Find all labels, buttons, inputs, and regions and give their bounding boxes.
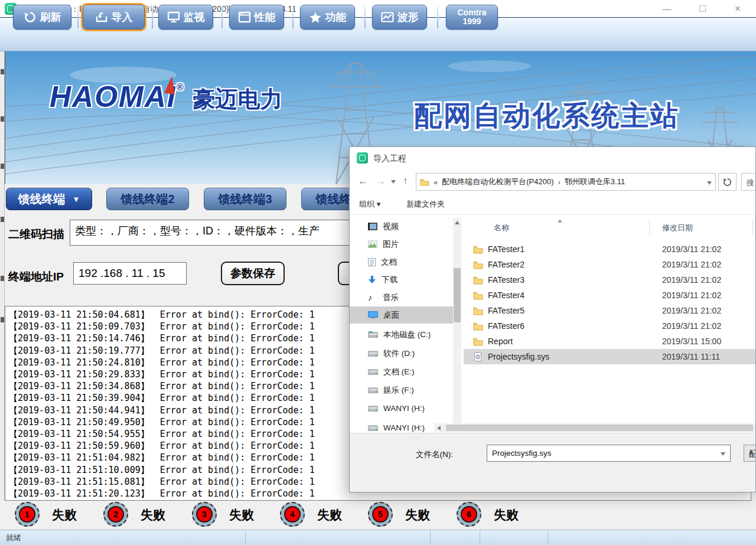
tab-feeder-terminal-1[interactable]: 馈线终端 ▼	[6, 188, 92, 210]
toolbar-button-label: 波形	[397, 10, 419, 24]
comtrade-button-label: Comtra1999	[457, 8, 486, 26]
status-lamp-4: 4	[280, 502, 305, 527]
save-params-button[interactable]: 参数保存	[221, 262, 285, 285]
sidebar-item-drive-f[interactable]: 娱乐 (F:)	[350, 381, 453, 399]
drive-icon	[368, 425, 378, 431]
status-lamp-label: 失败	[405, 507, 430, 523]
refresh-icon	[24, 11, 37, 23]
file-row[interactable]: FATester32019/3/11 21:02	[464, 272, 756, 288]
tab-label: 馈线终端2	[120, 191, 174, 207]
new-folder-button[interactable]: 新建文件夹	[406, 199, 445, 210]
toolbar-button-label: 性能	[255, 10, 276, 24]
toolbar-separator	[364, 6, 366, 28]
banner-title: 配网自动化系统主站	[414, 97, 680, 135]
status-text: 就绪	[6, 533, 21, 543]
import-icon	[95, 11, 108, 23]
sidebar-item-pictures[interactable]: 图片	[350, 236, 453, 253]
column-header-date[interactable]: 修改日期	[662, 223, 693, 233]
waveform-button[interactable]: 波形	[372, 5, 427, 30]
logo-registered-mark: ®	[177, 82, 185, 92]
terminal-ip-input[interactable]: 192 .168 . 11 . 15	[73, 262, 187, 285]
forward-button[interactable]: →	[376, 175, 386, 187]
file-row[interactable]: FATester12019/3/11 21:02	[464, 242, 756, 257]
refresh-icon	[723, 178, 732, 187]
toolbar-separator	[152, 6, 153, 28]
scroll-left-icon[interactable]	[437, 426, 441, 430]
toolbar-separator	[437, 6, 438, 28]
toolbar-button-label: 监视	[184, 10, 205, 24]
back-button[interactable]: ←	[358, 175, 368, 187]
sys-file-icon	[473, 353, 483, 361]
refresh-button[interactable]: 刷新	[13, 5, 71, 30]
chevron-down-icon: ▼	[73, 195, 80, 204]
monitor-button[interactable]: 监视	[158, 5, 213, 30]
breadcrumb-folder[interactable]: 鄂州联调仓库3.11	[565, 177, 625, 187]
folder-icon	[473, 337, 483, 346]
qr-scan-label: 二维码扫描	[8, 227, 64, 242]
sidebar-item-drive-e[interactable]: 文档 (E:)	[350, 363, 453, 380]
refresh-address-button[interactable]	[718, 173, 737, 191]
status-lamp-3: 3	[192, 502, 217, 527]
breadcrumb-separator: ›	[558, 178, 560, 187]
up-button[interactable]: ↑	[403, 175, 408, 187]
file-row[interactable]: FATester42019/3/11 21:02	[464, 288, 756, 303]
status-lamp-label: 失败	[141, 507, 165, 523]
status-lamp-number: 6	[461, 506, 477, 523]
chevron-down-icon: ▾	[377, 200, 381, 208]
column-divider	[649, 219, 650, 236]
statusbar-separator	[430, 531, 431, 544]
sidebar-item-music[interactable]: ♪ 音乐	[350, 289, 453, 306]
window-icon	[238, 11, 251, 23]
status-lamp-number: 1	[19, 506, 35, 523]
import-button[interactable]: 导入	[83, 5, 145, 30]
breadcrumb-platform[interactable]: 配电终端自动化检测平台(P4200)	[442, 177, 553, 187]
dialog-bottom-panel	[350, 433, 756, 492]
address-dropdown-icon[interactable]	[707, 178, 712, 187]
sort-ascending-icon	[558, 219, 562, 223]
sidebar-item-downloads[interactable]: 下载	[350, 271, 453, 288]
column-header-name[interactable]: 名称	[494, 223, 509, 233]
folder-icon	[473, 322, 483, 331]
sidebar-item-drive-d[interactable]: 软件 (D:)	[350, 345, 453, 362]
sidebar-item-desktop[interactable]: 桌面	[350, 306, 453, 324]
tab-feeder-terminal-2[interactable]: 馈线终端2	[106, 188, 189, 210]
file-row[interactable]: FATester52019/3/11 21:02	[464, 303, 756, 318]
toolbar-separator	[292, 6, 294, 28]
comtrade-button[interactable]: Comtra1999	[446, 5, 498, 30]
organize-menu[interactable]: 组织 ▾	[359, 199, 380, 210]
sidebar-item-drive-h[interactable]: WANYI (H:)	[350, 400, 453, 417]
file-row[interactable]: FATester22019/3/11 21:02	[464, 257, 756, 272]
tab-feeder-terminal-3[interactable]: 馈线终端3	[204, 188, 286, 210]
performance-button[interactable]: 性能	[229, 5, 284, 30]
search-input[interactable]: 搜	[741, 173, 756, 191]
status-lamp-label: 失败	[52, 507, 77, 523]
status-lamp-label: 失败	[317, 507, 342, 523]
minimize-button[interactable]: —	[653, 0, 680, 17]
filename-input[interactable]: Projectsysfig.sys	[487, 445, 731, 462]
address-bar[interactable]: « 配电终端自动化检测平台(P4200) › 鄂州联调仓库3.11	[416, 173, 716, 191]
sidebar-item-documents[interactable]: 文档	[350, 253, 453, 270]
filetype-dropdown[interactable]: 配	[744, 445, 756, 462]
close-button[interactable]: ×	[724, 0, 751, 17]
file-row[interactable]: Report2019/3/11 15:00	[464, 334, 756, 349]
sidebar-item-videos[interactable]: 视频	[350, 218, 453, 235]
scroll-up-icon[interactable]	[455, 221, 460, 224]
horizontal-scrollbar[interactable]	[434, 423, 756, 432]
maximize-button[interactable]	[689, 0, 716, 17]
breadcrumb-prefix: «	[434, 178, 438, 187]
toolbar-button-label: 功能	[325, 10, 347, 24]
haomai-logo: HAOMAI®豪迈电力	[50, 80, 283, 115]
drive-icon	[368, 331, 378, 338]
sidebar-item-drive-c[interactable]: 本地磁盘 (C:)	[350, 326, 453, 343]
scrollbar-thumb[interactable]	[454, 268, 461, 322]
history-dropdown-icon[interactable]	[391, 180, 396, 184]
sidebar-scrollbar[interactable]	[453, 218, 461, 432]
file-row[interactable]: FATester62019/3/11 21:02	[464, 318, 756, 334]
function-button[interactable]: 功能	[300, 5, 355, 30]
folder-icon	[473, 306, 483, 315]
filename-dropdown-icon[interactable]	[721, 449, 725, 458]
file-row-selected[interactable]: Projectsysfig.sys2019/3/11 11:11	[464, 349, 756, 364]
scrollbar-thumb[interactable]	[446, 425, 753, 431]
logo-text-en: HAOMAI	[50, 80, 177, 113]
star-icon	[309, 11, 322, 23]
